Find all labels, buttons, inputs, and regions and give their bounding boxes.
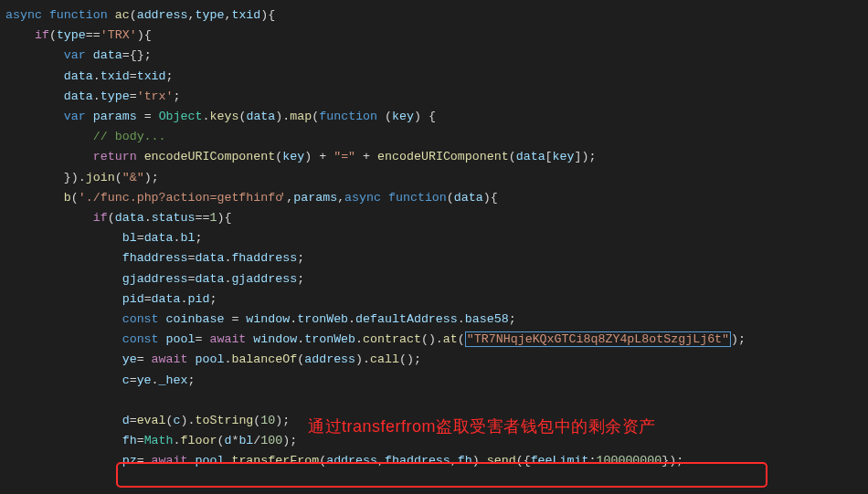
php-path: './func.php?action=getfhinfo (79, 191, 282, 205)
annotation-text: 通过transferfrom盗取受害者钱包中的剩余资产 (308, 415, 656, 437)
contract-address-box: "TR7NHqjeKQxGTCi8q8ZY4pL8otSzgjLj6t" (465, 331, 731, 347)
contract-address: TR7NHqjeKQxGTCi8q8ZY4pL8otSzgjLj6t (474, 332, 722, 346)
code-block: async function ac(address,type,txid){ if… (0, 0, 868, 472)
